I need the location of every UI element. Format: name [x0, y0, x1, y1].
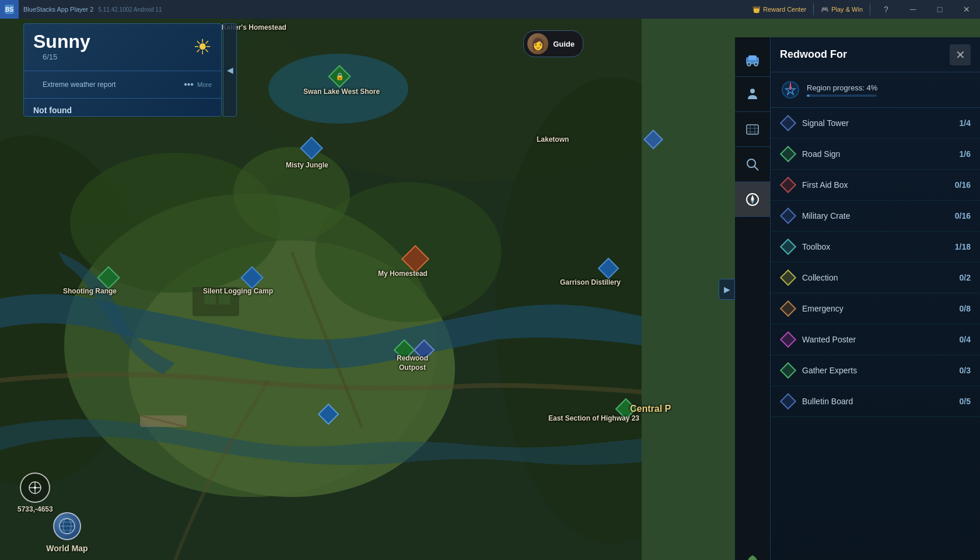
- wanted-poster-count: 0/4: [960, 335, 971, 344]
- svg-point-9: [268, 54, 408, 124]
- svg-point-12: [233, 147, 350, 240]
- road-sign-count: 1/6: [960, 149, 971, 159]
- icon-swan-lake[interactable]: 🔒: [331, 68, 348, 85]
- svg-point-38: [751, 198, 754, 201]
- military-crate-icon: [780, 208, 796, 224]
- expand-panel-btn[interactable]: ▶: [719, 279, 735, 300]
- weather-report: Extreme weather report: [33, 77, 125, 92]
- svg-point-30: [754, 62, 758, 66]
- item-signal-tower[interactable]: Signal Tower 1/4: [771, 108, 980, 139]
- maximize-btn[interactable]: □: [926, 0, 953, 19]
- svg-line-34: [754, 166, 758, 170]
- right-panel: Redwood For ✕ Region progress: 4%: [770, 37, 980, 560]
- weather-count: 6/15: [33, 52, 90, 64]
- guide-button[interactable]: 👩 Guide: [523, 30, 583, 57]
- weather-status: Not found: [33, 106, 212, 115]
- item-first-aid[interactable]: First Aid Box 0/16: [771, 170, 980, 201]
- wanted-poster-label: Wanted Poster: [802, 335, 954, 344]
- first-aid-count: 0/16: [955, 180, 971, 190]
- svg-text:BS: BS: [5, 6, 13, 13]
- item-road-sign[interactable]: Road Sign 1/6: [771, 139, 980, 170]
- svg-point-33: [747, 159, 755, 167]
- svg-rect-14: [204, 293, 216, 304]
- items-list: Signal Tower 1/4 Road Sign 1/6 First Aid…: [771, 108, 980, 417]
- app-title: BlueStacks App Player 2: [19, 6, 98, 13]
- svg-rect-32: [747, 125, 758, 134]
- road-sign-label: Road Sign: [802, 149, 954, 159]
- panel-close-btn[interactable]: ✕: [950, 44, 971, 65]
- icon-silent-logging[interactable]: [244, 270, 260, 286]
- minimize-btn[interactable]: ─: [900, 0, 926, 19]
- sidebar-person-btn[interactable]: [735, 77, 770, 112]
- sidebar-map-btn[interactable]: [735, 112, 770, 147]
- reward-center-btn[interactable]: 👑 Reward Center: [748, 6, 811, 13]
- icon-redwood-2[interactable]: [416, 342, 432, 358]
- item-toolbox[interactable]: Toolbox 1/18: [771, 232, 980, 262]
- first-aid-icon: [780, 177, 796, 193]
- icon-homestead[interactable]: [405, 249, 425, 269]
- close-btn[interactable]: ✕: [953, 0, 980, 19]
- sidebar-nature-btn[interactable]: [735, 544, 770, 560]
- icon-misty-jungle[interactable]: [303, 140, 320, 156]
- bulletin-board-label: Bulletin Board: [802, 397, 954, 406]
- svg-point-21: [34, 487, 36, 489]
- item-wanted-poster[interactable]: Wanted Poster 0/4: [771, 324, 980, 355]
- icon-signal-tower-map[interactable]: [646, 132, 660, 146]
- toolbox-icon: [780, 239, 796, 255]
- more-button[interactable]: More: [197, 81, 212, 88]
- app-icon: BS: [0, 0, 19, 19]
- region-icon: [780, 79, 801, 100]
- military-crate-label: Military Crate: [802, 211, 949, 220]
- sidebar-search-btn[interactable]: [735, 147, 770, 182]
- play-win-btn[interactable]: 🎮 Play & Win: [816, 6, 867, 13]
- icon-garrison[interactable]: [601, 261, 616, 276]
- emergency-count: 0/8: [960, 304, 971, 313]
- region-progress-text: Region progress: 4%: [807, 83, 877, 92]
- svg-rect-15: [219, 293, 230, 304]
- bulletin-board-icon: [780, 393, 796, 410]
- icon-east-highway[interactable]: [618, 401, 634, 416]
- item-bulletin-board[interactable]: Bulletin Board 0/5: [771, 386, 980, 417]
- titlebar: BS BlueStacks App Player 2 5.11.42.1002 …: [0, 0, 980, 19]
- weather-name: Sunny: [33, 31, 90, 52]
- road-sign-icon: [780, 146, 796, 162]
- world-map-button[interactable]: World Map: [18, 512, 117, 553]
- help-btn[interactable]: ?: [873, 0, 900, 19]
- item-gather-experts[interactable]: Gather Experts 0/3: [771, 355, 980, 386]
- svg-rect-28: [748, 55, 757, 60]
- item-emergency[interactable]: Emergency 0/8: [771, 293, 980, 324]
- toolbox-count: 1/18: [955, 242, 971, 251]
- guide-avatar: 👩: [527, 33, 548, 54]
- toolbox-label: Toolbox: [802, 242, 949, 251]
- icon-signal-map2[interactable]: [321, 407, 336, 422]
- icon-redwood-1[interactable]: [397, 342, 412, 358]
- svg-point-31: [750, 89, 755, 93]
- signal-tower-label: Signal Tower: [802, 118, 954, 128]
- app-version: 5.11.42.1002 Android 11: [98, 6, 162, 13]
- svg-point-29: [747, 62, 751, 66]
- globe-icon: [53, 512, 81, 540]
- weather-sun-icon: ☀: [193, 35, 212, 60]
- divider: [813, 4, 814, 15]
- guide-label: Guide: [553, 40, 575, 48]
- world-map-label: World Map: [46, 544, 88, 553]
- collapse-panel-btn[interactable]: ◀: [223, 23, 237, 117]
- sidebar-compass-btn[interactable]: [735, 182, 770, 217]
- collection-label: Collection: [802, 273, 954, 282]
- military-crate-count: 0/16: [955, 211, 971, 220]
- signal-tower-icon: [780, 115, 796, 131]
- collection-icon: [780, 270, 796, 286]
- coordinates-display: 5733,-4653: [18, 473, 53, 513]
- weather-panel: Sunny 6/15 ☀ Extreme weather report ••• …: [23, 23, 222, 117]
- window-controls: ? ─ □ ✕: [873, 0, 980, 19]
- sidebar-vehicle-btn[interactable]: [735, 42, 770, 77]
- gather-experts-icon: [780, 362, 796, 379]
- progress-bar: [807, 94, 877, 97]
- item-collection[interactable]: Collection 0/2: [771, 262, 980, 293]
- divider2: [870, 4, 870, 15]
- icon-shooting-range[interactable]: [100, 270, 117, 286]
- item-military-crate[interactable]: Military Crate 0/16: [771, 201, 980, 232]
- game-area: Blackberry Keller's Homestead 🔒 Swan Lak…: [0, 19, 980, 560]
- wanted-poster-icon: [780, 331, 796, 348]
- gather-experts-label: Gather Experts: [802, 366, 954, 375]
